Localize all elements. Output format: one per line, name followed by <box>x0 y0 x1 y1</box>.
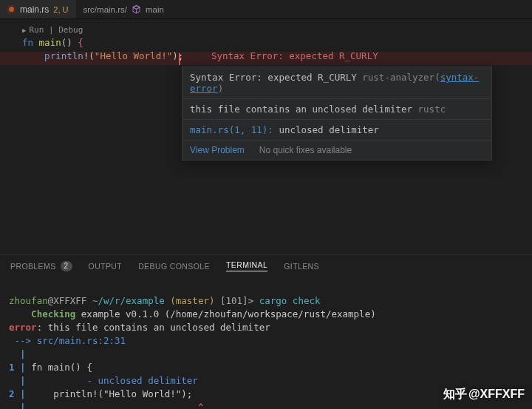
title-tab-bar: main.rs 2, U src/main.rs/ main <box>0 0 532 19</box>
watermark: 知乎 @XFFXFF <box>446 385 525 403</box>
editor-area[interactable]: ▶ Run | Debug fn main() { println!("Hell… <box>0 19 532 254</box>
editor-tab-main-rs[interactable]: main.rs 2, U <box>0 0 76 18</box>
tab-gitlens[interactable]: GITLENS <box>284 262 319 271</box>
hover-line-3: main.rs(1, 11): unclosed delimiter <box>183 120 491 141</box>
inline-error-text: Syntax Error: expected R_CURLY <box>211 50 378 61</box>
codelens-label: Run | Debug <box>29 25 83 35</box>
problems-count-badge: 2 <box>61 261 72 271</box>
breadcrumb-symbol: main <box>146 5 164 14</box>
code-line-2[interactable]: println!("Hello World!"); Syntax Error: … <box>22 50 532 63</box>
hover-location-link[interactable]: main.rs(1, 11): <box>190 124 279 135</box>
zhihu-icon: 知乎 <box>446 385 464 403</box>
tab-problems[interactable]: PROBLEMS 2 <box>10 261 72 271</box>
view-problem-link[interactable]: View Problem <box>190 145 245 155</box>
tab-debug-console[interactable]: DEBUG CONSOLE <box>138 262 210 271</box>
hover-line-2: this file contains an unclosed delimiter… <box>183 99 491 120</box>
codelens-run-debug[interactable]: ▶ Run | Debug <box>22 25 532 35</box>
hover-line-1: Syntax Error: expected R_CURLY rust-anal… <box>183 67 491 99</box>
tab-problems-label: PROBLEMS <box>10 262 56 271</box>
play-icon: ▶ <box>22 27 26 34</box>
tab-terminal[interactable]: TERMINAL <box>226 260 267 271</box>
watermark-handle: @XFFXFF <box>468 388 525 401</box>
rust-icon <box>7 5 16 13</box>
symbol-icon <box>132 4 141 14</box>
breadcrumb[interactable]: src/main.rs/ main <box>76 0 164 18</box>
no-quick-fix-label: No quick fixes available <box>259 145 352 155</box>
code-line-1[interactable]: fn main() { <box>22 36 532 50</box>
panel-tabs: PROBLEMS 2 OUTPUT DEBUG CONSOLE TERMINAL… <box>0 254 532 277</box>
tab-filename: main.rs <box>20 4 49 15</box>
breadcrumb-path: src/main.rs/ <box>83 5 127 14</box>
tab-output[interactable]: OUTPUT <box>89 262 123 271</box>
hover-footer: View Problem No quick fixes available <box>183 141 491 160</box>
tab-git-indicator: 2, U <box>53 5 68 14</box>
hover-popup: Syntax Error: expected R_CURLY rust-anal… <box>182 67 492 160</box>
